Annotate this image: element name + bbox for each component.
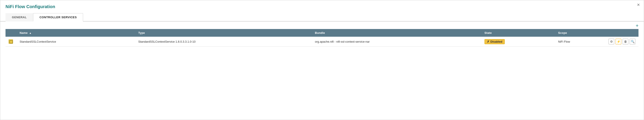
state-badge: ✗Disabled — [484, 39, 505, 44]
service-scope: NiFi Flow — [555, 37, 606, 47]
table-header-row: Name ▲ Type Bundle State Scope — [6, 29, 638, 37]
col-header-state: State — [482, 29, 555, 37]
service-name: StandardSSLContextService — [16, 37, 135, 47]
service-type: StandardSSLContextService 1.8.0.3.3.1.0-… — [135, 37, 312, 47]
close-button[interactable]: × — [637, 2, 640, 7]
col-header-bundle: Bundle — [312, 29, 482, 37]
delete-button[interactable]: 🗑 — [623, 39, 628, 44]
enable-button[interactable]: ⚡ — [616, 39, 621, 44]
tab-controller-services[interactable]: CONTROLLER SERVICES — [33, 13, 83, 21]
toolbar-row: + — [0, 21, 644, 29]
service-icon-cell — [6, 37, 16, 47]
col-header-name[interactable]: Name ▲ — [16, 29, 135, 37]
configure-button[interactable]: ⚙ — [608, 39, 614, 44]
service-state: ✗Disabled — [482, 37, 555, 47]
col-header-actions — [606, 29, 638, 37]
dialog-title: NiFi Flow Configuration — [0, 0, 644, 11]
table-container: Name ▲ Type Bundle State Scope StandardS… — [0, 29, 644, 47]
service-actions: ⚙ ⚡ 🗑 🔍 — [606, 37, 638, 47]
col-header-icon — [6, 29, 16, 37]
tabs-row: GENERAL CONTROLLER SERVICES — [0, 13, 644, 21]
services-table: Name ▲ Type Bundle State Scope StandardS… — [6, 29, 638, 47]
actions-cell: ⚙ ⚡ 🗑 🔍 — [608, 39, 636, 44]
sort-arrow-name: ▲ — [29, 32, 32, 34]
col-header-type: Type — [135, 29, 312, 37]
table-row: StandardSSLContextServiceStandardSSLCont… — [6, 37, 638, 47]
add-service-button[interactable]: + — [636, 23, 638, 28]
state-label: Disabled — [490, 40, 502, 43]
flow-configuration-dialog: × NiFi Flow Configuration GENERAL CONTRO… — [0, 0, 644, 120]
service-type-icon — [8, 39, 13, 44]
view-usage-button[interactable]: 🔍 — [630, 39, 636, 44]
col-header-scope: Scope — [555, 29, 606, 37]
tab-general[interactable]: GENERAL — [6, 13, 33, 21]
service-bundle: org.apache.nifi - nifi-ssl-context-servi… — [312, 37, 482, 47]
state-icon: ✗ — [487, 40, 489, 43]
